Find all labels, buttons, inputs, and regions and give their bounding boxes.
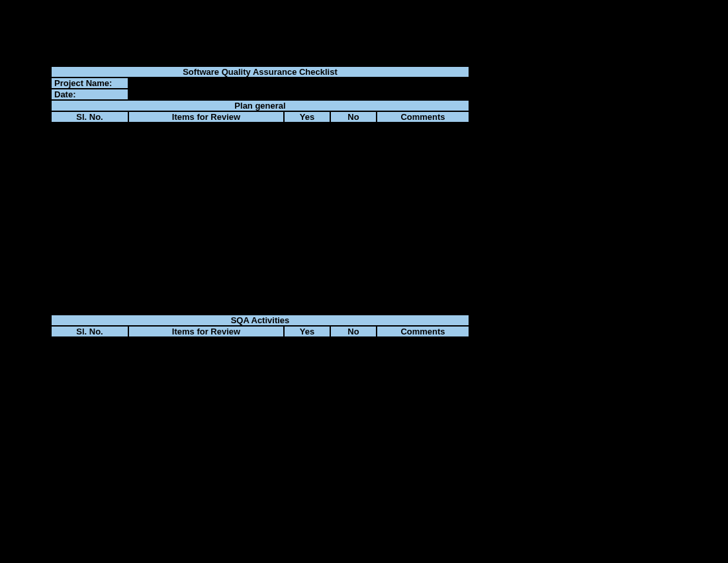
- date-label: Date:: [51, 89, 128, 100]
- checklist-sheet: Software Quality Assurance Checklist Pro…: [51, 66, 469, 337]
- section-header-plan-general: Plan general: [51, 100, 469, 111]
- project-name-label: Project Name:: [51, 77, 128, 89]
- project-name-value[interactable]: [128, 77, 469, 89]
- column-header-sl-no: Sl. No.: [51, 326, 128, 337]
- table-body-plan-general: [51, 123, 469, 315]
- column-header-yes: Yes: [284, 111, 330, 123]
- column-header-no: No: [330, 111, 377, 123]
- column-header-row: Sl. No. Items for Review Yes No Comments: [51, 111, 469, 123]
- column-header-items: Items for Review: [128, 111, 284, 123]
- document-title: Software Quality Assurance Checklist: [51, 66, 469, 77]
- column-header-items: Items for Review: [128, 326, 284, 337]
- column-header-comments: Comments: [377, 111, 469, 123]
- column-header-comments: Comments: [377, 326, 469, 337]
- column-header-no: No: [330, 326, 377, 337]
- section-header-sqa-activities: SQA Activities: [51, 315, 469, 326]
- column-header-yes: Yes: [284, 326, 330, 337]
- column-header-row: Sl. No. Items for Review Yes No Comments: [51, 326, 469, 337]
- date-value[interactable]: [128, 89, 469, 100]
- column-header-sl-no: Sl. No.: [51, 111, 128, 123]
